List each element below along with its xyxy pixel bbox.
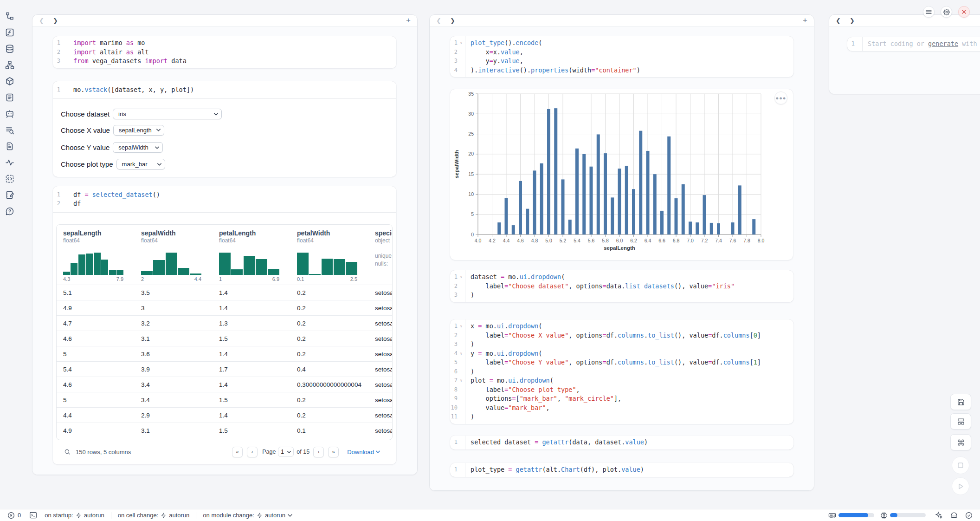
scroll-right-icon[interactable]: ❯ — [850, 17, 864, 24]
scroll-right-icon[interactable]: ❯ — [53, 17, 67, 24]
code-editor[interactable]: 1Start coding or generate with AI — [847, 37, 980, 51]
fold-chevron-icon[interactable]: ∨ — [458, 39, 465, 48]
runtime-config-1[interactable]: on cell change:autorun — [118, 512, 190, 519]
fold-chevron-icon[interactable] — [458, 48, 465, 57]
scroll-left-icon[interactable]: ❮ — [836, 17, 850, 24]
chart-menu-button[interactable]: ●●● — [774, 91, 787, 104]
ai-sparkles-icon[interactable] — [935, 511, 943, 519]
fold-chevron-icon[interactable] — [458, 358, 465, 367]
code-editor[interactable]: 1mo.vstack([dataset, x, y, plot]) — [53, 81, 396, 98]
scroll-left-icon[interactable]: ❮ — [39, 17, 53, 24]
fold-chevron-icon[interactable] — [458, 331, 465, 340]
tracer-icon[interactable] — [5, 158, 14, 167]
fold-chevron-icon[interactable]: ∨ — [458, 376, 465, 385]
fold-chevron-icon[interactable] — [60, 39, 68, 48]
code-editor[interactable]: 1∨plot_type().encode(2 x=x.value,3 y=y.v… — [450, 36, 793, 77]
snippets-icon[interactable] — [5, 174, 14, 183]
fold-chevron-icon[interactable]: ∨ — [458, 273, 465, 282]
fold-chevron-icon[interactable] — [60, 57, 68, 66]
fold-chevron-icon[interactable] — [458, 291, 465, 300]
run-button[interactable] — [952, 477, 969, 495]
fold-chevron-icon[interactable] — [458, 394, 465, 404]
table-row[interactable]: 4.42.91.40.2setosa — [57, 407, 392, 423]
table-row[interactable]: 5.13.51.40.2setosa — [57, 285, 392, 300]
error-count[interactable]: 0 — [7, 512, 21, 519]
fold-chevron-icon[interactable] — [458, 412, 465, 422]
cell-df[interactable]: 1df = selected_dataset()2dfsepalLengthfl… — [53, 186, 396, 464]
connection-status-icon[interactable] — [965, 512, 973, 519]
cell-selected[interactable]: 1selected_dataset = getattr(data, datase… — [450, 436, 793, 449]
scroll-right-icon[interactable]: ❯ — [450, 17, 464, 24]
fold-chevron-icon[interactable] — [458, 340, 465, 349]
code-editor[interactable]: 1import marimo as mo2import altair as al… — [53, 36, 396, 68]
download-button[interactable]: Download — [347, 449, 380, 456]
fold-chevron-icon[interactable]: ∨ — [458, 349, 465, 358]
package-icon[interactable] — [5, 77, 14, 86]
fold-chevron-icon[interactable] — [855, 39, 862, 49]
page-select[interactable]: 1 — [278, 447, 294, 457]
terminal-button[interactable] — [29, 511, 37, 519]
function-icon[interactable] — [5, 28, 14, 37]
table-row[interactable]: 53.41.50.2setosa — [57, 392, 392, 407]
help-icon[interactable] — [5, 207, 14, 216]
code-editor[interactable]: 1∨dataset = mo.ui.dropdown(2 label="Choo… — [450, 270, 793, 302]
menu-button[interactable] — [923, 6, 935, 18]
dropdown-select-choose-y-value[interactable]: sepalWidth — [113, 142, 163, 153]
add-column-button[interactable]: + — [406, 16, 411, 25]
code-editor[interactable]: 1plot_type = getattr(alt.Chart(df), plot… — [450, 463, 793, 477]
fold-chevron-icon[interactable] — [60, 48, 68, 57]
save-button[interactable] — [950, 394, 971, 410]
code-editor[interactable]: 1df = selected_dataset()2df — [53, 186, 396, 212]
fold-chevron-icon[interactable] — [60, 199, 68, 208]
table-row[interactable]: 4.93.11.50.1setosa — [57, 423, 392, 438]
fold-chevron-icon[interactable] — [458, 404, 465, 413]
scratchpad-icon[interactable] — [5, 93, 14, 102]
cell-vstack[interactable]: 1mo.vstack([dataset, x, y, plot])Choose … — [53, 81, 396, 177]
fold-chevron-icon[interactable] — [60, 85, 68, 95]
ai-chat-icon[interactable] — [5, 109, 14, 118]
fold-chevron-icon[interactable] — [458, 57, 465, 66]
dropdown-select-choose-plot-type[interactable]: mark_bar — [116, 159, 165, 169]
database-icon[interactable] — [5, 44, 14, 53]
prev-page-button[interactable]: ‹ — [247, 447, 258, 457]
file-tree-icon[interactable] — [5, 12, 14, 21]
cell-plottype[interactable]: 1plot_type = getattr(alt.Chart(df), plot… — [450, 463, 793, 477]
dropdown-select-choose-x-value[interactable]: sepalLength — [113, 125, 164, 136]
logs-icon[interactable] — [5, 125, 14, 135]
runtime-config-2[interactable]: on module change:autorun — [203, 512, 292, 519]
table-row[interactable]: 4.73.21.30.2setosa — [57, 315, 392, 331]
table-column-header[interactable]: petalWidthfloat640.12.5 — [290, 225, 368, 285]
cell-new[interactable]: 1Start coding or generate with AI — [847, 37, 980, 51]
table-row[interactable]: 4.63.41.40.30000000000000004setosa — [57, 377, 392, 392]
search-icon[interactable] — [64, 449, 71, 455]
layout-button[interactable] — [950, 413, 971, 430]
command-palette-button[interactable] — [950, 434, 971, 450]
cell-dataset[interactable]: 1∨dataset = mo.ui.dropdown(2 label="Choo… — [450, 270, 793, 302]
add-column-button[interactable]: + — [803, 16, 807, 25]
stop-button[interactable] — [952, 456, 969, 474]
fold-chevron-icon[interactable] — [458, 465, 465, 475]
fold-chevron-icon[interactable] — [458, 367, 465, 377]
close-button[interactable] — [958, 6, 970, 18]
first-page-button[interactable]: « — [232, 447, 243, 457]
cell-xyplot[interactable]: 1∨x = mo.ui.dropdown(2 label="Choose X v… — [450, 319, 793, 424]
table-column-header[interactable]: petalLengthfloat6416.9 — [213, 225, 290, 285]
table-column-header[interactable]: speciesobjectunique:nulls: — [368, 225, 393, 285]
table-row[interactable]: 4.63.11.50.2setosa — [57, 331, 392, 346]
fold-chevron-icon[interactable] — [458, 385, 465, 395]
table-column-header[interactable]: sepalWidthfloat6424.4 — [135, 225, 213, 285]
table-row[interactable]: 53.61.40.2setosa — [57, 346, 392, 361]
code-editor[interactable]: 1∨x = mo.ui.dropdown(2 label="Choose X v… — [450, 319, 793, 424]
last-page-button[interactable]: » — [328, 447, 339, 457]
code-editor[interactable]: 1selected_dataset = getattr(data, datase… — [450, 436, 793, 449]
table-row[interactable]: 5.43.91.70.4setosa — [57, 361, 392, 377]
runtime-config-0[interactable]: on startup:autorun — [45, 512, 104, 519]
cell-encode[interactable]: 1∨plot_type().encode(2 x=x.value,3 y=y.v… — [450, 36, 793, 77]
scroll-left-icon[interactable]: ❮ — [436, 17, 450, 24]
dependency-graph-icon[interactable] — [5, 60, 14, 70]
dropdown-select-choose-dataset[interactable]: iris — [113, 109, 222, 119]
fold-chevron-icon[interactable] — [60, 190, 68, 200]
table-column-header[interactable]: sepalLengthfloat644.37.9 — [57, 225, 135, 285]
settings-gear-button[interactable] — [941, 6, 952, 18]
notebook-icon[interactable] — [5, 190, 14, 200]
